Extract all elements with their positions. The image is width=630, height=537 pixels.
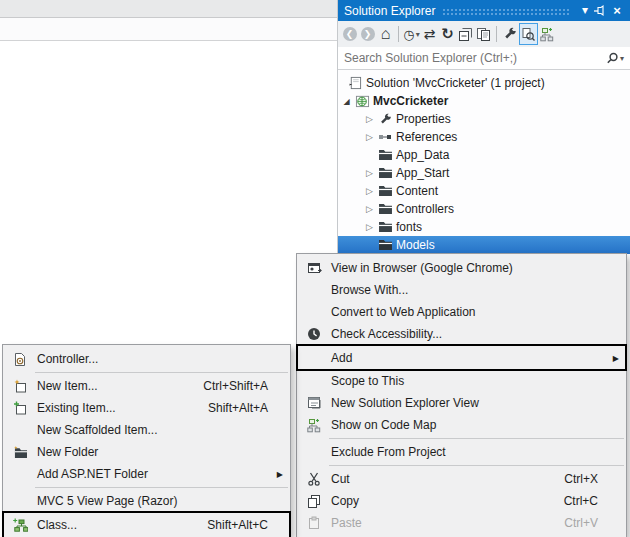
menu-item-new-folder[interactable]: New Folder (3, 441, 290, 463)
menu-item-convert-to-web-application[interactable]: Convert to Web Application (297, 301, 626, 323)
tree-item-controllers[interactable]: ▷ Controllers (338, 200, 630, 218)
menu-item-scope-to-this[interactable]: Scope to This (297, 370, 626, 392)
menu-separator (329, 465, 624, 466)
menu-item-check-accessibility[interactable]: Check Accessibility... (297, 323, 626, 345)
menu-item-controller[interactable]: Controller... (3, 348, 290, 370)
menu-separator (35, 487, 288, 488)
search-icon[interactable]: ▾ (606, 52, 624, 65)
solution-tree: Solution 'MvcCricketer' (1 project) ◢ Mv… (338, 70, 630, 254)
menu-item-add[interactable]: Add ▶ (297, 345, 626, 370)
project-icon (353, 94, 371, 108)
refresh-icon[interactable]: ↻ (439, 24, 456, 44)
tree-item-properties[interactable]: ▷ Properties (338, 110, 630, 128)
menu-item-existing-item[interactable]: Existing Item... Shift+Alt+A (3, 397, 290, 419)
menu-item-add-aspnet-folder[interactable]: Add ASP.NET Folder ▶ (3, 463, 290, 485)
code-map-icon (297, 418, 331, 433)
browser-icon (297, 261, 331, 275)
code-map-icon[interactable] (539, 24, 556, 44)
menu-item-browse-with[interactable]: Browse With... (297, 279, 626, 301)
solution-explorer-toolbar: ❮ ❯ ⌂ ◷▾ ⇄ ↻ (338, 21, 630, 47)
pin-icon[interactable] (593, 4, 609, 17)
submenu-arrow-icon: ▶ (277, 470, 283, 479)
copy-icon (297, 494, 331, 508)
collapsed-arrow-icon[interactable]: ▷ (363, 204, 376, 214)
new-item-icon (3, 379, 37, 393)
solution-icon (346, 76, 364, 90)
menu-item-exclude-from-project[interactable]: Exclude From Project (297, 441, 626, 463)
window-menu-chevron-icon[interactable]: ▾ (577, 0, 593, 21)
folder-icon (376, 149, 394, 161)
folder-icon (376, 185, 394, 197)
expanded-arrow-icon[interactable]: ◢ (340, 97, 353, 106)
tree-item-models[interactable]: ▷ Models (338, 236, 630, 254)
titlebar-grip-texture (442, 8, 570, 17)
menu-item-paste[interactable]: Paste Ctrl+V (297, 512, 626, 534)
editor-second-strip (0, 18, 337, 41)
cut-icon (297, 472, 331, 486)
sync-with-active-document-icon[interactable]: ⇄ (421, 24, 438, 44)
menu-separator (329, 438, 624, 439)
folder-icon (376, 203, 394, 215)
controller-icon (3, 352, 37, 367)
menu-item-new-solution-explorer-view[interactable]: New Solution Explorer View (297, 392, 626, 414)
tree-item-fonts[interactable]: ▷ fonts (338, 218, 630, 236)
collapsed-arrow-icon[interactable]: ▷ (363, 168, 376, 178)
folder-icon (376, 167, 394, 179)
new-folder-icon (3, 446, 37, 459)
show-all-files-icon[interactable] (475, 24, 492, 44)
menu-item-cut[interactable]: Cut Ctrl+X (297, 468, 626, 490)
context-menu: View in Browser (Google Chrome) Browse W… (296, 253, 627, 537)
toolbar-separator (496, 26, 497, 42)
accessibility-icon (297, 327, 331, 341)
pending-changes-filter-icon[interactable]: ◷▾ (403, 24, 420, 44)
folder-icon (376, 239, 394, 251)
menu-item-show-on-code-map[interactable]: Show on Code Map (297, 414, 626, 436)
editor-top-strip (0, 0, 337, 18)
solution-explorer-titlebar[interactable]: Solution Explorer ▾ × (338, 0, 630, 21)
tree-item-references[interactable]: ▷ References (338, 128, 630, 146)
collapsed-arrow-icon[interactable]: ▷ (363, 114, 376, 124)
add-submenu: Controller... New Item... Ctrl+Shift+A E… (2, 344, 291, 537)
toolbar-separator (398, 26, 399, 42)
tree-item-content[interactable]: ▷ Content (338, 182, 630, 200)
panel-title: Solution Explorer (344, 4, 435, 18)
collapsed-arrow-icon[interactable]: ▷ (363, 186, 376, 196)
properties-wrench-icon[interactable] (501, 24, 518, 44)
references-icon (376, 130, 394, 144)
tree-item-app-data[interactable]: ▷ App_Data (338, 146, 630, 164)
wrench-icon (376, 113, 394, 126)
folder-icon (376, 221, 394, 233)
class-icon (3, 518, 37, 533)
menu-item-mvc5-view-page[interactable]: MVC 5 View Page (Razor) (3, 490, 290, 512)
menu-separator (35, 372, 288, 373)
submenu-arrow-icon: ▶ (613, 353, 619, 362)
home-icon[interactable]: ⌂ (377, 24, 394, 44)
search-bar: ▾ (338, 47, 630, 70)
forward-icon[interactable]: ❯ (359, 24, 376, 44)
preview-selected-items-icon[interactable] (519, 23, 538, 45)
menu-item-copy[interactable]: Copy Ctrl+C (297, 490, 626, 512)
search-input[interactable] (344, 51, 606, 65)
tree-item-solution[interactable]: Solution 'MvcCricketer' (1 project) (338, 74, 630, 92)
menu-item-new-item[interactable]: New Item... Ctrl+Shift+A (3, 375, 290, 397)
collapse-all-icon[interactable] (457, 24, 474, 44)
tree-item-app-start[interactable]: ▷ App_Start (338, 164, 630, 182)
paste-icon (297, 516, 331, 530)
collapsed-arrow-icon[interactable]: ▷ (363, 222, 376, 232)
back-icon[interactable]: ❮ (341, 24, 358, 44)
close-icon[interactable]: × (609, 0, 625, 21)
menu-item-view-in-browser[interactable]: View in Browser (Google Chrome) (297, 257, 626, 279)
new-view-icon (297, 396, 331, 410)
collapsed-arrow-icon[interactable]: ▷ (363, 132, 376, 142)
menu-item-class[interactable]: Class... Shift+Alt+C (3, 512, 290, 537)
visual-studio-window: Solution Explorer ▾ × ❮ ❯ ⌂ ◷▾ ⇄ ↻ (0, 0, 630, 537)
menu-item-new-scaffolded-item[interactable]: New Scaffolded Item... (3, 419, 290, 441)
existing-item-icon (3, 401, 37, 415)
tree-item-project[interactable]: ◢ MvcCricketer (338, 92, 630, 110)
